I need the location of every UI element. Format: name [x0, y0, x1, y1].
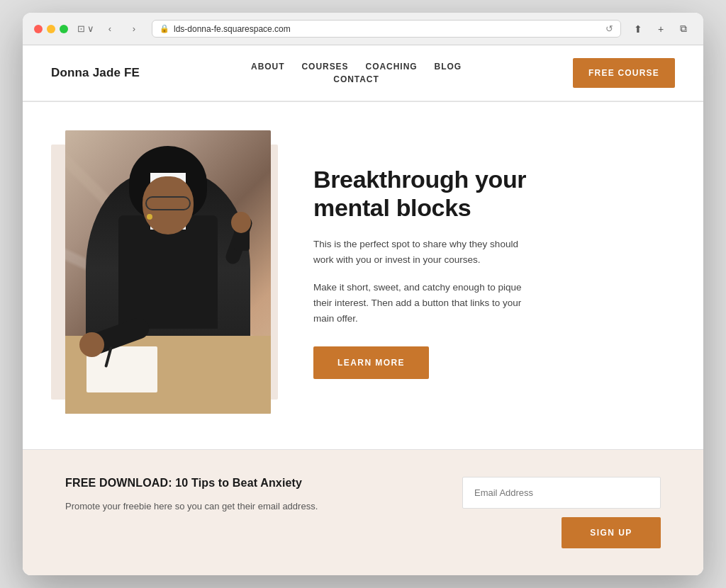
site-header: Donna Jade FE ABOUT COURSES COACHING BLO…	[23, 45, 703, 101]
nav-row-bottom: CONTACT	[333, 74, 379, 84]
traffic-lights	[34, 25, 68, 33]
tab-view-button[interactable]: ⊡ ∨	[77, 22, 95, 36]
glasses-frame	[145, 196, 191, 210]
nav-coaching[interactable]: COACHING	[366, 62, 418, 72]
close-window-button[interactable]	[34, 25, 43, 33]
hero-image-container	[65, 130, 271, 414]
lock-icon: 🔒	[160, 24, 169, 33]
nav-blog[interactable]: BLOG	[435, 62, 462, 72]
browser-window: ⊡ ∨ ‹ › 🔒 lds-donna-fe.squarespace.com ↺…	[23, 13, 703, 575]
browser-actions: ⬆ + ⧉	[630, 21, 692, 38]
download-description: Promote your freebie here so you can get…	[65, 499, 434, 514]
website-content: Donna Jade FE ABOUT COURSES COACHING BLO…	[23, 45, 703, 575]
browser-controls: ⊡ ∨ ‹ ›	[77, 22, 143, 36]
browser-chrome: ⊡ ∨ ‹ › 🔒 lds-donna-fe.squarespace.com ↺…	[23, 13, 703, 45]
hero-section: Breakthrough your mental blocks This is …	[23, 102, 703, 449]
download-text-block: FREE DOWNLOAD: 10 Tips to Beat Anxiety P…	[65, 477, 434, 514]
download-title: FREE DOWNLOAD: 10 Tips to Beat Anxiety	[65, 477, 434, 490]
download-form: SIGN UP	[462, 477, 661, 548]
person-face	[143, 176, 194, 234]
hero-text-block: Breakthrough your mental blocks This is …	[313, 165, 540, 380]
signup-button[interactable]: SIGN UP	[562, 517, 661, 548]
address-bar[interactable]: 🔒 lds-donna-fe.squarespace.com ↺	[152, 20, 621, 38]
back-button[interactable]: ‹	[101, 22, 119, 36]
minimize-window-button[interactable]	[47, 25, 55, 33]
nav-courses[interactable]: COURSES	[301, 62, 348, 72]
url-text: lds-donna-fe.squarespace.com	[174, 24, 291, 34]
hero-description-2: Make it short, sweet, and catchy enough …	[313, 280, 540, 327]
phone-hand	[231, 212, 251, 233]
nav-about[interactable]: ABOUT	[251, 62, 284, 72]
free-download-section: FREE DOWNLOAD: 10 Tips to Beat Anxiety P…	[23, 450, 703, 575]
nav-row-top: ABOUT COURSES COACHING BLOG	[251, 62, 462, 72]
email-input[interactable]	[462, 477, 661, 509]
person-hand	[79, 332, 104, 357]
hero-title: Breakthrough your mental blocks	[313, 165, 540, 223]
reload-icon[interactable]: ↺	[605, 23, 613, 34]
earring	[147, 214, 152, 220]
new-tab-button[interactable]: +	[652, 21, 669, 38]
site-logo[interactable]: Donna Jade FE	[51, 66, 140, 80]
share-button[interactable]: ⬆	[630, 21, 647, 38]
free-course-button[interactable]: FREE COURSE	[573, 58, 675, 88]
hero-description-1: This is the perfect spot to share why th…	[313, 237, 540, 268]
site-nav: ABOUT COURSES COACHING BLOG CONTACT	[251, 62, 462, 84]
hero-image	[65, 130, 271, 414]
learn-more-button[interactable]: LEARN MORE	[313, 346, 429, 379]
tabs-overview-button[interactable]: ⧉	[675, 21, 692, 38]
nav-contact[interactable]: CONTACT	[333, 74, 379, 84]
forward-button[interactable]: ›	[125, 22, 143, 36]
maximize-window-button[interactable]	[60, 25, 68, 33]
